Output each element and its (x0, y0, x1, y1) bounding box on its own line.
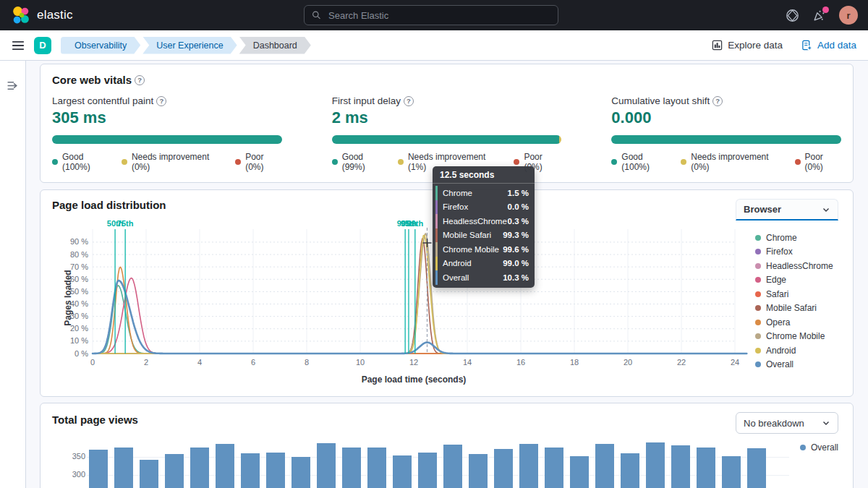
search-input[interactable] (327, 9, 550, 22)
legend-dot (398, 159, 404, 165)
add-data-button[interactable]: Add data (801, 40, 856, 51)
legend-label: Opera (766, 317, 790, 328)
svg-text:6: 6 (251, 358, 255, 367)
legend-dot (755, 235, 761, 241)
tooltip-series-name: Chrome (443, 189, 508, 197)
tooltip-series-name: Overall (443, 273, 503, 282)
pv-bar (519, 444, 538, 488)
legend-dot (514, 159, 519, 165)
pv-bar (114, 448, 133, 488)
svg-text:80 %: 80 % (70, 250, 88, 259)
pv-bar (266, 453, 285, 488)
legend-dot (52, 159, 58, 165)
breakdown-select-browser-label: Browser (744, 204, 781, 215)
user-avatar[interactable]: r (839, 6, 858, 25)
newsfeed-icon[interactable] (812, 9, 826, 22)
legend-label: Mobile Safari (766, 303, 817, 313)
collapsed-sidebar (0, 61, 26, 488)
global-search[interactable] (304, 5, 558, 25)
page-load-distribution-chart: 0246810121416182022240 %10 %20 %30 %40 %… (62, 218, 749, 391)
explore-data-button[interactable]: Explore data (712, 40, 783, 51)
tooltip-series-color (435, 257, 438, 271)
tooltip-series-color (435, 270, 438, 285)
svg-text:0: 0 (90, 358, 95, 367)
legend-item-chrome[interactable]: Chrome (755, 231, 833, 245)
tooltip-series-value: 99.6 % (503, 245, 529, 254)
legend-item-good[interactable]: Good (99%) (332, 152, 387, 172)
pv-bar (89, 450, 108, 488)
vital-bar-segment-needs_improvement (559, 135, 561, 144)
help-icon[interactable] (404, 96, 414, 106)
legend-item-edge[interactable]: Edge (755, 273, 833, 288)
vital-bar-segment-good (52, 135, 282, 144)
pv-bar (418, 453, 437, 488)
legend-item-overall[interactable]: Overall (755, 358, 833, 372)
breadcrumb-user-experience[interactable]: User Experience (142, 37, 237, 54)
tooltip-series-name: HeadlessChrome (443, 217, 508, 226)
help-icon[interactable] (712, 96, 723, 106)
expand-sidebar-icon[interactable] (7, 80, 19, 92)
legend-label: Overall (766, 359, 793, 369)
menu-icon[interactable] (12, 39, 25, 52)
explore-data-label: Explore data (728, 40, 783, 51)
breadcrumb-observability[interactable]: Observability (61, 37, 140, 54)
svg-text:70 %: 70 % (70, 262, 88, 271)
svg-text:75th: 75th (117, 219, 134, 228)
legend-item-mobile-safari[interactable]: Mobile Safari (755, 301, 833, 316)
svg-text:20: 20 (624, 358, 632, 367)
vital-legend: Good (100%)Needs improvement (0%)Poor (0… (52, 152, 282, 172)
tooltip-header: 12.5 seconds (433, 166, 535, 184)
browser-legend: ChromeFirefoxHeadlessChromeEdgeSafariMob… (755, 231, 833, 372)
deployment-icon[interactable] (786, 9, 799, 22)
legend-item-needs_improvement[interactable]: Needs improvement (0%) (122, 152, 224, 172)
tooltip-series-name: Android (443, 259, 503, 267)
legend-item-poor[interactable]: Poor (0%) (795, 152, 841, 172)
total-page-views-chart: Page views 350300250200150 (41, 432, 853, 488)
tooltip-series-color (435, 228, 438, 243)
vital-largest-contentful-paint: Largest contentful paint305 msGood (100%… (52, 95, 282, 172)
legend-item-needs_improvement[interactable]: Needs improvement (0%) (681, 152, 783, 172)
elastic-logo[interactable]: elastic (12, 6, 73, 25)
legend-item-good[interactable]: Good (100%) (52, 152, 111, 172)
pv-bar (646, 442, 665, 488)
legend-label: Safari (766, 289, 788, 299)
tooltip-row-mobile-safari: Mobile Safari99.3 % (433, 228, 535, 243)
legend-item-android[interactable]: Android (755, 343, 833, 358)
tooltip-series-color (435, 214, 438, 228)
legend-item-safari[interactable]: Safari (755, 287, 833, 301)
legend-item-headlesschrome[interactable]: HeadlessChrome (755, 259, 833, 273)
legend-item-poor[interactable]: Poor (0%) (235, 152, 281, 172)
pv-bar (241, 453, 260, 488)
legend-label: Good (99%) (342, 152, 387, 172)
pv-bar (317, 443, 336, 488)
pv-bar (443, 445, 462, 488)
search-icon (312, 10, 321, 20)
pv-bar (671, 445, 690, 488)
percentile-annotations: 50th75th90th95th99th (107, 219, 424, 354)
tooltip-series-color (435, 200, 438, 215)
legend-item-opera[interactable]: Opera (755, 315, 833, 330)
vital-bar (611, 135, 841, 144)
breadcrumb-dashboard[interactable]: Dashboard (239, 37, 311, 54)
chart-tooltip: 12.5 seconds Chrome1.5 %Firefox0.0 %Head… (433, 166, 535, 288)
tooltip-series-value: 0.0 % (508, 202, 529, 211)
vital-bar-segment-good (332, 135, 559, 144)
notification-dot (822, 7, 829, 13)
breakdown-select-none[interactable]: No breakdown (736, 412, 838, 434)
svg-text:10: 10 (356, 358, 365, 367)
help-icon[interactable] (135, 75, 145, 85)
help-icon[interactable] (156, 96, 166, 106)
vital-label: First input delay (332, 95, 562, 106)
breakdown-select-browser[interactable]: Browser (736, 199, 838, 221)
add-data-icon (801, 40, 812, 51)
pv-bar (140, 460, 158, 488)
dashboard-app-badge[interactable]: D (34, 37, 51, 54)
tooltip-series-value: 0.3 % (508, 217, 529, 226)
legend-dot (755, 263, 761, 269)
legend-item-good[interactable]: Good (100%) (611, 152, 670, 172)
legend-dot (755, 361, 761, 367)
legend-dot (235, 159, 241, 165)
pv-bar (621, 453, 639, 488)
legend-item-firefox[interactable]: Firefox (755, 245, 833, 260)
legend-item-chrome-mobile[interactable]: Chrome Mobile (755, 330, 833, 344)
